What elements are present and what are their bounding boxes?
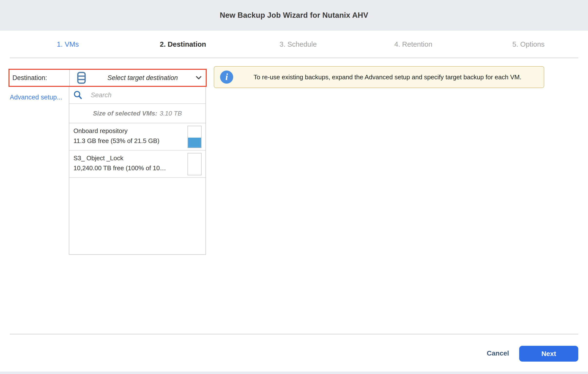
repository-name: S3_ Object _Lock bbox=[74, 155, 206, 162]
selected-vms-size-row: Size of selected VMs: 3.10 TB bbox=[69, 104, 206, 123]
step-tab-retention[interactable]: 4. Retention bbox=[356, 40, 471, 48]
destination-dropdown-panel: Search Size of selected VMs: 3.10 TB Onb… bbox=[69, 87, 206, 255]
selected-vms-size-value: 3.10 TB bbox=[160, 110, 182, 117]
repository-option-onboard[interactable]: Onboard repository 11.3 GB free (53% of … bbox=[69, 123, 206, 151]
selected-vms-size-label: Size of selected VMs: bbox=[93, 110, 157, 117]
destination-field-highlight: Destination: Select target destination bbox=[9, 69, 207, 87]
step-tab-schedule[interactable]: 3. Schedule bbox=[241, 40, 356, 48]
destination-select[interactable]: Select target destination bbox=[70, 70, 206, 86]
step-tab-destination[interactable]: 2. Destination bbox=[126, 40, 241, 48]
next-button[interactable]: Next bbox=[519, 346, 578, 362]
info-icon: i bbox=[220, 71, 233, 84]
repository-name: Onboard repository bbox=[74, 127, 206, 135]
advanced-setup-link[interactable]: Advanced setup... bbox=[10, 94, 62, 101]
info-banner-text: To re-use existing backups, expand the A… bbox=[214, 73, 544, 81]
destination-select-value: Select target destination bbox=[98, 74, 178, 82]
dialog-header: New Backup Job Wizard for Nutanix AHV bbox=[0, 0, 588, 31]
tabs-divider bbox=[10, 58, 578, 58]
wizard-dialog: New Backup Job Wizard for Nutanix AHV 1.… bbox=[0, 0, 588, 374]
footer-divider bbox=[10, 334, 578, 334]
destination-label: Destination: bbox=[12, 74, 47, 82]
repository-option-s3-object-lock[interactable]: S3_ Object _Lock 10,240.00 TB free (100%… bbox=[69, 151, 206, 178]
repository-icon bbox=[77, 72, 86, 84]
search-icon bbox=[73, 91, 83, 100]
wizard-steps: 1. VMs 2. Destination 3. Schedule 4. Ret… bbox=[10, 31, 586, 58]
chevron-down-icon bbox=[196, 76, 201, 80]
capacity-gauge-fill bbox=[188, 138, 201, 148]
dialog-title: New Backup Job Wizard for Nutanix AHV bbox=[220, 11, 368, 20]
search-input[interactable]: Search bbox=[91, 92, 112, 99]
destination-label-cell: Destination: bbox=[10, 70, 70, 86]
capacity-gauge bbox=[188, 153, 202, 175]
capacity-gauge bbox=[188, 126, 202, 148]
search-row[interactable]: Search bbox=[69, 87, 206, 104]
repository-free-space: 11.3 GB free (53% of 21.5 GB) bbox=[74, 137, 206, 145]
repository-free-space: 10,240.00 TB free (100% of 10… bbox=[74, 164, 206, 172]
step-tab-options[interactable]: 5. Options bbox=[471, 40, 586, 48]
window-bottom-edge bbox=[0, 372, 588, 374]
step-tab-vms[interactable]: 1. VMs bbox=[10, 40, 126, 48]
info-banner: i To re-use existing backups, expand the… bbox=[214, 66, 544, 88]
cancel-button[interactable]: Cancel bbox=[486, 349, 509, 357]
